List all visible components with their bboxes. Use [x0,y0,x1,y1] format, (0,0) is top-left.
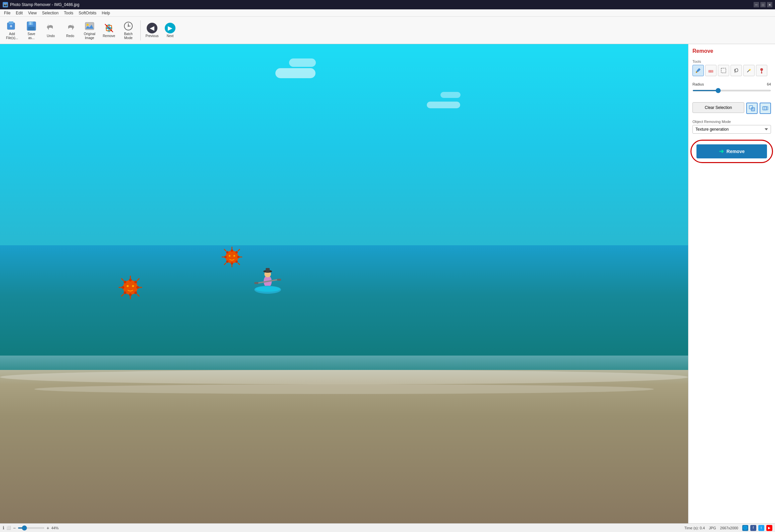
status-right: Time (s): 0.4 JPG 2667x2000 🌐 f t ▶ [684,525,772,531]
radius-section: Radius 64 [692,82,771,96]
remove-button[interactable]: ➜ Remove [696,144,767,158]
remove-arrow-icon: ➜ [719,148,724,155]
select-mode-icon: ⬜ [6,526,11,530]
batch-mode-button[interactable]: BatchMode [119,18,138,42]
menu-edit[interactable]: Edit [13,10,25,16]
svg-point-42 [229,255,230,257]
rect-select-tool-button[interactable] [718,65,729,76]
save-as-label: Saveas... [28,32,35,40]
svg-line-19 [137,294,139,296]
sel-add-button[interactable] [746,103,758,114]
svg-point-13 [128,25,129,27]
menu-softorbits[interactable]: SoftOrbits [76,10,99,16]
status-left: ℹ ⬜ − + 44% [3,525,682,531]
facebook-icon[interactable]: f [750,525,756,531]
tools-row [692,65,771,76]
svg-point-46 [224,256,227,258]
svg-point-48 [226,251,228,254]
svg-point-31 [134,281,137,283]
zoom-out-icon[interactable]: − [13,525,16,531]
svg-line-40 [224,263,226,265]
sun-stamp-1 [117,274,144,301]
original-image-label: OriginalImage [84,32,95,40]
magic-wand-tool-button[interactable] [743,65,755,76]
batch-mode-icon [123,21,134,31]
clear-selection-button[interactable]: Clear Selection [692,102,744,113]
menu-help[interactable]: Help [99,10,113,16]
undo-button[interactable]: Undo [41,18,60,42]
svg-rect-70 [751,108,755,111]
add-files-icon: + [7,21,17,31]
maximize-button[interactable]: □ [760,2,766,7]
svg-point-51 [226,261,228,263]
eraser-tool-button[interactable] [705,65,717,76]
svg-line-39 [238,249,240,251]
svg-point-47 [237,256,240,258]
redo-button[interactable]: Redo [61,18,80,42]
radius-slider[interactable] [692,90,771,91]
sel-sub-button[interactable] [760,103,771,114]
svg-point-49 [235,261,238,263]
remove-tool-icon [104,23,114,33]
svg-point-50 [235,251,238,254]
radius-label: Radius [692,82,704,86]
website-icon[interactable]: 🌐 [742,525,748,531]
svg-rect-72 [764,107,768,110]
svg-point-45 [231,262,233,265]
add-files-button[interactable]: + AddFile(s)... [3,18,21,42]
svg-rect-5 [28,27,35,30]
svg-line-38 [238,263,240,265]
svg-point-60 [255,286,280,292]
svg-line-21 [121,294,124,296]
svg-rect-58 [277,279,281,281]
previous-button[interactable]: ◀ Previous [143,18,161,42]
save-icon [26,21,37,31]
zoom-value: 44% [51,526,63,530]
menu-selection[interactable]: Selection [39,10,61,16]
undo-label: Undo [47,34,55,38]
save-as-button[interactable]: Saveas... [22,18,41,42]
svg-point-44 [231,250,233,252]
zoom-slider[interactable] [18,527,44,529]
menu-tools[interactable]: Tools [61,10,76,16]
status-bar: ℹ ⬜ − + 44% Time (s): 0.4 JPG 2667x2000 … [0,523,775,532]
menu-file[interactable]: File [1,10,13,16]
prev-label: Previous [146,34,159,38]
svg-point-43 [233,255,235,257]
twitter-icon[interactable]: t [758,525,764,531]
title-bar-text: Photo Stamp Remover - IMG_0486.jpg [10,2,752,7]
prev-icon: ◀ [147,23,157,33]
close-button[interactable]: ✕ [767,2,772,7]
remove-tool-button[interactable]: Remove [100,18,118,42]
batch-mode-label: BatchMode [124,32,133,40]
svg-rect-6 [29,22,31,25]
next-button[interactable]: ▶ Next [161,18,179,42]
lasso-tool-button[interactable] [731,65,742,76]
object-removing-dropdown[interactable]: Texture generation Smart filling Inpaint [692,125,771,134]
main-layout: Remove Tools [0,44,775,523]
original-image-button[interactable]: OriginalImage [80,18,99,42]
add-files-label: AddFile(s)... [6,32,18,40]
radius-value: 64 [767,82,771,86]
zoom-in-icon[interactable]: + [46,525,49,531]
menu-view[interactable]: View [25,10,39,16]
brush-tool-button[interactable] [692,65,704,76]
svg-point-23 [127,285,129,287]
side-panel: Remove Tools [688,44,775,523]
canvas-image[interactable] [0,44,688,523]
canvas-area[interactable] [0,44,688,523]
remove-button-wrapper: ➜ Remove [692,141,771,162]
svg-rect-57 [254,282,258,284]
redo-icon [65,23,76,33]
tools-section: Tools [692,59,771,79]
svg-point-24 [132,285,134,287]
object-removing-section: Object Removing Mode Texture generation … [692,120,771,138]
svg-point-25 [129,279,132,281]
remove-button-label: Remove [727,149,745,154]
svg-point-61 [696,72,697,73]
youtube-icon[interactable]: ▶ [766,525,772,531]
minimize-button[interactable]: ─ [754,2,759,7]
svg-point-26 [129,293,132,296]
undo-icon [45,23,56,33]
stamp-tool-button[interactable] [756,65,767,76]
